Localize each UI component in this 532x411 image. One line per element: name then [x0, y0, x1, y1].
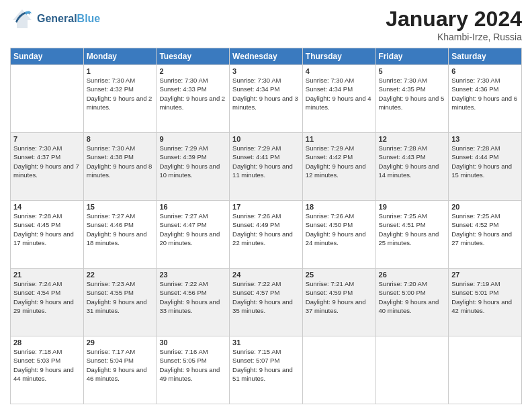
day-number: 21 — [13, 271, 81, 279]
day-number: 26 — [379, 271, 446, 279]
calendar-cell: 22Sunrise: 7:23 AM Sunset: 4:55 PM Dayli… — [83, 269, 157, 336]
location-title: Khambi-Irze, Russia — [386, 32, 522, 42]
calendar-week-row: 28Sunrise: 7:18 AM Sunset: 5:03 PM Dayli… — [11, 336, 522, 404]
day-info: Sunrise: 7:30 AM Sunset: 4:34 PM Dayligh… — [232, 76, 300, 111]
calendar-cell: 31Sunrise: 7:15 AM Sunset: 5:07 PM Dayli… — [230, 336, 303, 404]
day-number: 3 — [232, 67, 300, 75]
day-info: Sunrise: 7:26 AM Sunset: 4:49 PM Dayligh… — [232, 212, 300, 247]
day-info: Sunrise: 7:30 AM Sunset: 4:33 PM Dayligh… — [159, 76, 226, 111]
logo-text: GeneralBlue — [37, 13, 100, 25]
page: GeneralBlue January 2024 Khambi-Irze, Ru… — [0, 0, 532, 411]
day-info: Sunrise: 7:18 AM Sunset: 5:03 PM Dayligh… — [13, 347, 81, 383]
day-info: Sunrise: 7:29 AM Sunset: 4:42 PM Dayligh… — [306, 144, 373, 179]
day-number: 22 — [87, 271, 154, 279]
day-info: Sunrise: 7:25 AM Sunset: 4:51 PM Dayligh… — [379, 212, 446, 247]
day-number: 11 — [306, 135, 373, 143]
calendar-cell: 12Sunrise: 7:28 AM Sunset: 4:43 PM Dayli… — [375, 133, 449, 201]
day-info: Sunrise: 7:28 AM Sunset: 4:44 PM Dayligh… — [451, 144, 519, 179]
calendar-cell: 28Sunrise: 7:18 AM Sunset: 5:03 PM Dayli… — [11, 336, 84, 404]
day-number: 8 — [87, 135, 154, 143]
calendar-cell: 27Sunrise: 7:19 AM Sunset: 5:01 PM Dayli… — [449, 269, 522, 336]
calendar-cell: 30Sunrise: 7:16 AM Sunset: 5:05 PM Dayli… — [157, 336, 230, 404]
day-info: Sunrise: 7:30 AM Sunset: 4:35 PM Dayligh… — [379, 76, 446, 111]
day-number: 13 — [451, 135, 519, 143]
day-info: Sunrise: 7:25 AM Sunset: 4:52 PM Dayligh… — [451, 212, 519, 247]
logo-icon — [10, 7, 34, 31]
title-block: January 2024 Khambi-Irze, Russia — [386, 7, 522, 42]
day-info: Sunrise: 7:29 AM Sunset: 4:41 PM Dayligh… — [232, 144, 300, 179]
day-info: Sunrise: 7:22 AM Sunset: 4:57 PM Dayligh… — [232, 279, 300, 315]
day-info: Sunrise: 7:21 AM Sunset: 4:59 PM Dayligh… — [306, 279, 373, 315]
col-header-thursday: Thursday — [302, 48, 375, 65]
calendar-week-row: 7Sunrise: 7:30 AM Sunset: 4:37 PM Daylig… — [11, 133, 522, 201]
calendar-cell: 20Sunrise: 7:25 AM Sunset: 4:52 PM Dayli… — [449, 201, 522, 269]
calendar-cell: 25Sunrise: 7:21 AM Sunset: 4:59 PM Dayli… — [302, 269, 375, 336]
calendar-week-row: 1Sunrise: 7:30 AM Sunset: 4:32 PM Daylig… — [11, 65, 522, 133]
day-info: Sunrise: 7:29 AM Sunset: 4:39 PM Dayligh… — [159, 144, 226, 179]
calendar-cell: 6Sunrise: 7:30 AM Sunset: 4:36 PM Daylig… — [449, 65, 522, 133]
day-number: 9 — [159, 135, 226, 143]
day-number: 7 — [13, 135, 81, 143]
calendar-cell: 1Sunrise: 7:30 AM Sunset: 4:32 PM Daylig… — [83, 65, 157, 133]
day-info: Sunrise: 7:28 AM Sunset: 4:45 PM Dayligh… — [13, 212, 81, 247]
day-number: 2 — [159, 67, 226, 75]
day-number: 15 — [87, 203, 154, 211]
calendar-header-row: SundayMondayTuesdayWednesdayThursdayFrid… — [11, 48, 522, 65]
calendar-cell: 18Sunrise: 7:26 AM Sunset: 4:50 PM Dayli… — [302, 201, 375, 269]
calendar-cell — [302, 336, 375, 404]
day-info: Sunrise: 7:26 AM Sunset: 4:50 PM Dayligh… — [306, 212, 373, 247]
calendar-cell: 17Sunrise: 7:26 AM Sunset: 4:49 PM Dayli… — [230, 201, 303, 269]
calendar-cell: 15Sunrise: 7:27 AM Sunset: 4:46 PM Dayli… — [83, 201, 157, 269]
day-number: 30 — [159, 338, 226, 347]
day-number: 6 — [451, 67, 519, 75]
day-number: 24 — [232, 271, 300, 279]
day-info: Sunrise: 7:16 AM Sunset: 5:05 PM Dayligh… — [159, 347, 226, 383]
day-info: Sunrise: 7:20 AM Sunset: 5:00 PM Dayligh… — [379, 279, 446, 315]
calendar-cell: 23Sunrise: 7:22 AM Sunset: 4:56 PM Dayli… — [157, 269, 230, 336]
logo: GeneralBlue — [10, 7, 100, 31]
calendar-cell: 14Sunrise: 7:28 AM Sunset: 4:45 PM Dayli… — [11, 201, 84, 269]
header: GeneralBlue January 2024 Khambi-Irze, Ru… — [10, 7, 522, 42]
day-number: 4 — [306, 67, 373, 75]
calendar-cell: 21Sunrise: 7:24 AM Sunset: 4:54 PM Dayli… — [11, 269, 84, 336]
calendar-cell: 10Sunrise: 7:29 AM Sunset: 4:41 PM Dayli… — [230, 133, 303, 201]
calendar-cell: 5Sunrise: 7:30 AM Sunset: 4:35 PM Daylig… — [375, 65, 449, 133]
day-number: 31 — [232, 338, 300, 347]
col-header-wednesday: Wednesday — [230, 48, 303, 65]
day-info: Sunrise: 7:15 AM Sunset: 5:07 PM Dayligh… — [232, 347, 300, 383]
calendar-cell: 3Sunrise: 7:30 AM Sunset: 4:34 PM Daylig… — [230, 65, 303, 133]
col-header-monday: Monday — [83, 48, 157, 65]
day-number: 17 — [232, 203, 300, 211]
day-info: Sunrise: 7:19 AM Sunset: 5:01 PM Dayligh… — [451, 279, 519, 315]
day-number: 5 — [379, 67, 446, 75]
calendar-cell: 29Sunrise: 7:17 AM Sunset: 5:04 PM Dayli… — [83, 336, 157, 404]
day-info: Sunrise: 7:30 AM Sunset: 4:37 PM Dayligh… — [13, 144, 81, 179]
calendar-cell — [375, 336, 449, 404]
day-number: 12 — [379, 135, 446, 143]
day-number: 10 — [232, 135, 300, 143]
calendar-cell: 11Sunrise: 7:29 AM Sunset: 4:42 PM Dayli… — [302, 133, 375, 201]
day-info: Sunrise: 7:22 AM Sunset: 4:56 PM Dayligh… — [159, 279, 226, 315]
calendar-cell: 4Sunrise: 7:30 AM Sunset: 4:34 PM Daylig… — [302, 65, 375, 133]
calendar-week-row: 21Sunrise: 7:24 AM Sunset: 4:54 PM Dayli… — [11, 269, 522, 336]
day-number: 1 — [87, 67, 154, 75]
calendar-cell: 7Sunrise: 7:30 AM Sunset: 4:37 PM Daylig… — [11, 133, 84, 201]
day-number: 25 — [306, 271, 373, 279]
calendar-cell — [11, 65, 84, 133]
day-info: Sunrise: 7:30 AM Sunset: 4:36 PM Dayligh… — [451, 76, 519, 111]
day-info: Sunrise: 7:28 AM Sunset: 4:43 PM Dayligh… — [379, 144, 446, 179]
day-number: 28 — [13, 338, 81, 347]
col-header-sunday: Sunday — [11, 48, 84, 65]
day-info: Sunrise: 7:24 AM Sunset: 4:54 PM Dayligh… — [13, 279, 81, 315]
day-number: 16 — [159, 203, 226, 211]
calendar-week-row: 14Sunrise: 7:28 AM Sunset: 4:45 PM Dayli… — [11, 201, 522, 269]
calendar-cell: 16Sunrise: 7:27 AM Sunset: 4:47 PM Dayli… — [157, 201, 230, 269]
calendar-cell: 8Sunrise: 7:30 AM Sunset: 4:38 PM Daylig… — [83, 133, 157, 201]
day-number: 19 — [379, 203, 446, 211]
calendar-cell: 26Sunrise: 7:20 AM Sunset: 5:00 PM Dayli… — [375, 269, 449, 336]
col-header-tuesday: Tuesday — [157, 48, 230, 65]
day-info: Sunrise: 7:27 AM Sunset: 4:47 PM Dayligh… — [159, 212, 226, 247]
day-number: 20 — [451, 203, 519, 211]
calendar-cell: 2Sunrise: 7:30 AM Sunset: 4:33 PM Daylig… — [157, 65, 230, 133]
day-info: Sunrise: 7:30 AM Sunset: 4:38 PM Dayligh… — [87, 144, 154, 179]
